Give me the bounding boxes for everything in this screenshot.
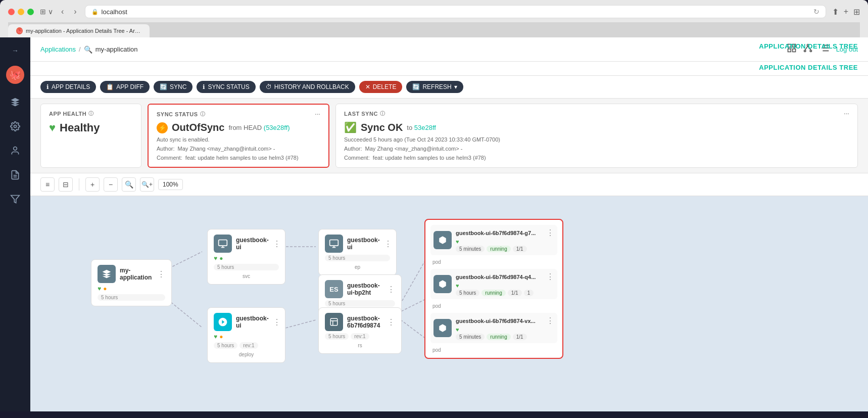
sidebar-item-settings[interactable] — [5, 116, 25, 136]
health-status-row: ♥ Healthy — [49, 121, 133, 134]
rs-node-icon — [325, 313, 343, 331]
svc-node-more[interactable]: ⋮ — [273, 239, 281, 249]
ep-node-icon — [325, 235, 343, 253]
sidebar-expand-icon[interactable]: → — [9, 43, 22, 58]
traffic-light-red[interactable] — [8, 9, 15, 15]
svg-rect-28 — [219, 240, 227, 246]
sync-status-more-button[interactable]: ··· — [315, 111, 320, 117]
tree-canvas[interactable]: my-application ⋮ ♥ ● 5 hours — [30, 196, 868, 411]
sync-status-icon: ℹ — [203, 83, 205, 90]
endpointslice-more[interactable]: ⋮ — [387, 285, 395, 294]
delete-button[interactable]: ✕ DELETE — [359, 81, 403, 93]
app-diff-button[interactable]: 📋 APP DIFF — [100, 81, 150, 93]
pod-3-more[interactable]: ⋮ — [546, 316, 554, 326]
pod-2-type: pod — [432, 303, 557, 309]
browser-tab[interactable]: 🐙 my-application - Application Details T… — [8, 24, 150, 37]
svg-rect-34 — [330, 318, 337, 326]
list-view-button[interactable]: ≡ — [40, 177, 55, 192]
deploy-node[interactable]: guestbook-ui ⋮ ♥ ● 5 hours rev:1 deploy — [207, 307, 285, 363]
sidebar-toggle[interactable]: ⊞ ∨ — [40, 8, 53, 16]
reload-icon[interactable]: ↻ — [813, 8, 819, 16]
sync-comment-row: Comment: feat: update helm samples to us… — [157, 155, 320, 161]
breadcrumb-app: 🔍 my-application — [84, 45, 138, 54]
traffic-light-yellow[interactable] — [18, 9, 24, 15]
sync-out-label: OutOfSync — [172, 122, 224, 133]
avatar: 🐙 — [6, 66, 24, 84]
app-node[interactable]: my-application ⋮ ♥ ● 5 hours — [91, 259, 172, 306]
content-area: Applications / 🔍 my-application Log out — [30, 37, 868, 411]
deploy-node-more[interactable]: ⋮ — [273, 317, 281, 327]
sync-status-label: SYNC STATUS — [157, 111, 198, 117]
pod-3[interactable]: guestbook-ui-6b7f6d9874-vx... ⋮ ♥ 5 minu… — [430, 313, 557, 343]
history-button[interactable]: ⏱ HISTORY AND ROLLBACK — [260, 81, 355, 93]
grid-view-button[interactable]: ⊟ — [59, 177, 73, 192]
sidebar: → 🐙 — [0, 37, 30, 411]
breadcrumb-separator: / — [79, 45, 81, 53]
svg-point-1 — [14, 147, 17, 151]
endpointslice-name: guestbook-ui-bp2ht — [347, 282, 383, 296]
delete-icon: ✕ — [365, 83, 370, 90]
pod-1-time: 5 minutes — [456, 246, 485, 252]
pod-2-more[interactable]: ⋮ — [546, 272, 554, 282]
sync-from-text: from HEAD (53e28ff) — [228, 124, 290, 131]
last-sync-more-button[interactable]: ··· — [844, 111, 849, 117]
pod-1-type: pod — [432, 259, 557, 265]
address-bar[interactable]: 🔒 localhost ↻ — [85, 5, 826, 18]
rs-node[interactable]: guestbook-6b7f6d9874 ⋮ 5 hours rev:1 rs — [318, 307, 402, 354]
svc-node-name: guestbook-ui — [236, 237, 269, 251]
forward-button[interactable]: › — [72, 6, 78, 17]
sidebar-item-docs[interactable] — [5, 165, 25, 185]
back-button[interactable]: ‹ — [59, 6, 66, 17]
svc-health-dot: ♥ — [214, 255, 217, 262]
svc-node[interactable]: guestbook-ui ⋮ ♥ ● 5 hours svc — [207, 229, 285, 285]
ep-node[interactable]: guestbook-ui ⋮ 5 hours ep — [318, 229, 397, 275]
sync-ok-icon: ✅ — [344, 121, 357, 133]
grid-icon[interactable]: ⊞ — [853, 7, 860, 17]
tree-toolbar: ≡ ⊟ + − 🔍 🔍+ 100% — [30, 173, 868, 196]
pod-1-heart: ♥ — [456, 239, 459, 245]
app-details-button[interactable]: ℹ APP DETAILS — [40, 81, 96, 93]
info-icon: ℹ — [46, 83, 49, 90]
share-icon[interactable]: ⬆ — [832, 7, 839, 17]
new-tab-icon[interactable]: + — [844, 7, 848, 17]
refresh-button[interactable]: 🔄 REFRESH ▾ — [406, 81, 463, 93]
deploy-type-label: deploy — [214, 352, 279, 357]
sync-button[interactable]: 🔄 SYNC — [154, 81, 192, 93]
deploy-health-dot: ♥ — [214, 333, 217, 340]
sync-status-button[interactable]: ℹ SYNC STATUS — [197, 81, 255, 93]
comment-value: feat: update helm samples to use helm3 (… — [185, 155, 299, 161]
deploy-node-icon — [214, 313, 232, 331]
app-sync-dot: ● — [103, 285, 107, 292]
app-node-more[interactable]: ⋮ — [157, 269, 165, 279]
zoom-out-button[interactable]: 🔍 — [122, 177, 136, 192]
rs-rev: rev:1 — [351, 333, 369, 340]
last-comment-value: feat: update helm samples to use helm3 (… — [373, 155, 486, 161]
page-title: APPLICATION DETAILS TREE — [759, 64, 858, 71]
app-health-panel: APP HEALTH ⓘ ♥ Healthy — [40, 104, 141, 168]
breadcrumb-app-name: my-application — [95, 45, 138, 53]
pod-1[interactable]: guestbook-ui-6b7f6d9874-g7... ⋮ ♥ 5 minu… — [430, 225, 557, 255]
sidebar-item-filter[interactable] — [5, 189, 25, 209]
breadcrumb-applications[interactable]: Applications — [40, 45, 76, 53]
zoom-in-button[interactable]: 🔍+ — [140, 177, 154, 192]
toolbar-separator — [79, 178, 79, 191]
last-sync-time: Succeeded 5 hours ago (Tue Oct 24 2023 1… — [344, 136, 849, 143]
traffic-light-green[interactable] — [27, 9, 34, 15]
header: Applications / 🔍 my-application Log out — [30, 37, 868, 62]
out-of-sync-icon: ⚡ — [157, 122, 168, 133]
sync-ok-label: Sync OK — [361, 122, 403, 133]
pod-container: guestbook-ui-6b7f6d9874-g7... ⋮ ♥ 5 minu… — [424, 219, 563, 359]
sidebar-item-layers[interactable] — [5, 92, 25, 112]
rs-node-more[interactable]: ⋮ — [387, 317, 395, 327]
ep-time: 5 hours — [325, 255, 390, 261]
pod-1-more[interactable]: ⋮ — [546, 228, 554, 238]
add-button[interactable]: + — [85, 177, 100, 192]
from-label: from HEAD — [228, 124, 262, 131]
pod-3-status: running — [487, 334, 510, 340]
ep-node-more[interactable]: ⋮ — [384, 239, 392, 249]
sidebar-item-user[interactable] — [5, 141, 25, 161]
pod-2[interactable]: guestbook-ui-6b7f6d9874-q4... ⋮ ♥ 5 hour… — [430, 269, 557, 299]
pod-2-name: guestbook-ui-6b7f6d9874-q4... — [456, 274, 544, 280]
minus-button[interactable]: − — [104, 177, 118, 192]
pod-2-ratio: 1/1 — [508, 290, 522, 296]
